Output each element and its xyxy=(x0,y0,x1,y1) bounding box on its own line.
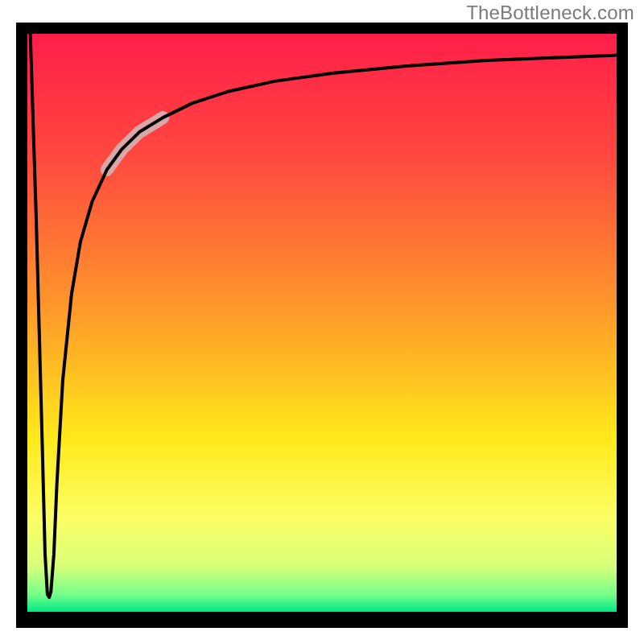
attribution-label: TheBottleneck.com xyxy=(466,2,634,24)
curve-layer xyxy=(27,34,617,612)
plot-frame xyxy=(16,23,628,628)
highlight-segment xyxy=(107,118,163,170)
bottleneck-curve xyxy=(31,34,617,597)
plot-area xyxy=(27,34,617,612)
chart-container: TheBottleneck.com xyxy=(0,0,644,644)
